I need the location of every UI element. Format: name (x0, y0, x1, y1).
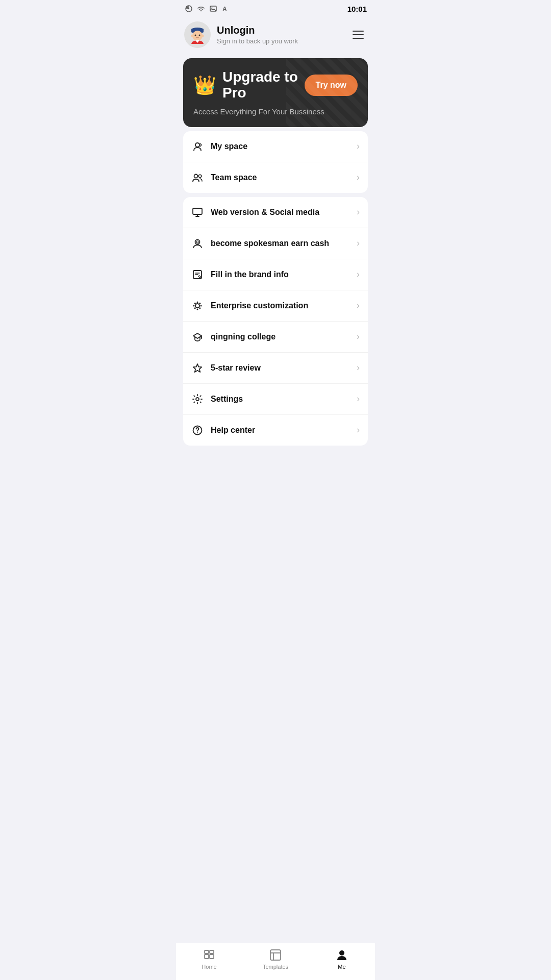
avatar[interactable] (184, 21, 211, 48)
font-icon: A (221, 4, 230, 13)
bottom-navigation: Home Templates Me (176, 943, 375, 980)
svg-rect-37 (270, 950, 281, 960)
svg-point-21 (195, 304, 199, 308)
try-now-button[interactable]: Try now (305, 75, 358, 96)
help-center-item[interactable]: Help center › (183, 415, 368, 446)
review-chevron: › (357, 362, 360, 373)
upgrade-subtitle: Access Everything For Your Bussiness (193, 107, 358, 116)
fill-brand-label: Fill in the brand info (211, 270, 289, 279)
svg-rect-36 (210, 950, 214, 953)
svg-point-11 (199, 35, 201, 36)
college-label: qingning college (211, 332, 276, 341)
svg-point-26 (194, 302, 196, 304)
help-center-label: Help center (211, 426, 255, 435)
enterprise-label: Enterprise customization (211, 301, 308, 310)
svg-rect-33 (205, 954, 209, 959)
settings-chevron: › (357, 394, 360, 404)
settings-label: Settings (211, 395, 243, 404)
home-nav-label: Home (202, 964, 216, 970)
help-left: Help center (191, 424, 255, 436)
wifi-icon (196, 4, 206, 13)
crown-icon: 👑 (193, 76, 216, 94)
enterprise-chevron: › (357, 300, 360, 311)
web-social-item[interactable]: Web version & Social media › (183, 197, 368, 228)
team-space-chevron: › (357, 172, 360, 183)
nav-me[interactable]: Me (324, 948, 360, 970)
settings-left: Settings (191, 393, 243, 405)
status-bar: A 10:01 (176, 0, 375, 15)
monitor-icon (191, 206, 204, 218)
home-icon (203, 948, 216, 962)
svg-point-30 (196, 398, 199, 401)
menu-card-2: Web version & Social media › become spok… (183, 197, 368, 446)
username: Unlogin (217, 24, 298, 36)
web-social-label: Web version & Social media (211, 208, 319, 217)
hand-coin-icon (191, 237, 204, 250)
svg-point-10 (195, 35, 196, 36)
nav-templates[interactable]: Templates (258, 948, 293, 970)
help-center-chevron: › (357, 425, 360, 435)
college-item[interactable]: qingning college › (183, 322, 368, 353)
svg-point-25 (201, 305, 202, 306)
become-spokesman-item[interactable]: become spokesman earn cash › (183, 228, 368, 259)
review-label: 5-star review (211, 363, 261, 373)
enterprise-left: Enterprise customization (191, 300, 308, 312)
nav-home[interactable]: Home (191, 948, 227, 970)
signal-icon (184, 4, 193, 13)
svg-point-27 (199, 307, 201, 309)
star-icon (191, 362, 204, 374)
review-item[interactable]: 5-star review › (183, 353, 368, 384)
web-social-chevron: › (357, 207, 360, 217)
fill-brand-item[interactable]: Fill in the brand info › (183, 259, 368, 290)
status-icons: A (184, 4, 230, 13)
upgrade-title-wrap: 👑 Upgrade to Pro (193, 69, 305, 101)
team-space-icon (191, 172, 204, 184)
my-space-label: My space (211, 142, 247, 151)
svg-point-28 (199, 302, 201, 304)
team-space-item[interactable]: Team space › (183, 162, 368, 193)
svg-point-32 (197, 432, 198, 433)
svg-point-13 (202, 35, 204, 37)
svg-rect-35 (205, 950, 209, 953)
svg-point-29 (194, 307, 196, 309)
fill-brand-chevron: › (357, 269, 360, 280)
svg-text:A: A (222, 6, 227, 13)
team-space-left: Team space (191, 172, 257, 184)
header-left: Unlogin Sign in to back up you work (184, 21, 298, 48)
menu-line-1 (353, 31, 364, 32)
my-space-left: My space (191, 140, 247, 153)
review-left: 5-star review (191, 362, 261, 374)
image-icon (209, 4, 218, 13)
svg-point-15 (194, 174, 198, 178)
svg-point-16 (198, 175, 202, 178)
me-icon (335, 948, 348, 962)
svg-point-18 (195, 239, 200, 244)
status-time: 10:01 (347, 5, 367, 13)
menu-line-2 (353, 34, 364, 35)
svg-point-22 (197, 301, 198, 303)
team-space-label: Team space (211, 173, 257, 182)
college-icon (191, 331, 204, 343)
svg-rect-17 (193, 208, 202, 214)
svg-point-38 (339, 950, 344, 955)
svg-point-9 (192, 31, 203, 41)
header-subtitle: Sign in to back up you work (217, 37, 298, 45)
upgrade-title: Upgrade to Pro (222, 69, 305, 101)
my-space-item[interactable]: My space › (183, 131, 368, 162)
templates-nav-label: Templates (263, 964, 288, 970)
enterprise-icon (191, 300, 204, 312)
templates-icon (269, 948, 282, 962)
enterprise-item[interactable]: Enterprise customization › (183, 290, 368, 322)
college-left: qingning college (191, 331, 276, 343)
upgrade-banner: 👑 Upgrade to Pro Try now Access Everythi… (183, 58, 368, 127)
become-spokesman-chevron: › (357, 238, 360, 249)
settings-item[interactable]: Settings › (183, 384, 368, 415)
bottom-spacer (176, 450, 375, 501)
help-icon (191, 424, 204, 436)
svg-point-24 (193, 305, 195, 306)
me-nav-label: Me (338, 964, 345, 970)
svg-point-23 (197, 308, 198, 310)
header-text: Unlogin Sign in to back up you work (217, 24, 298, 45)
hamburger-menu-button[interactable] (353, 28, 367, 42)
fill-brand-left: Fill in the brand info (191, 268, 289, 281)
